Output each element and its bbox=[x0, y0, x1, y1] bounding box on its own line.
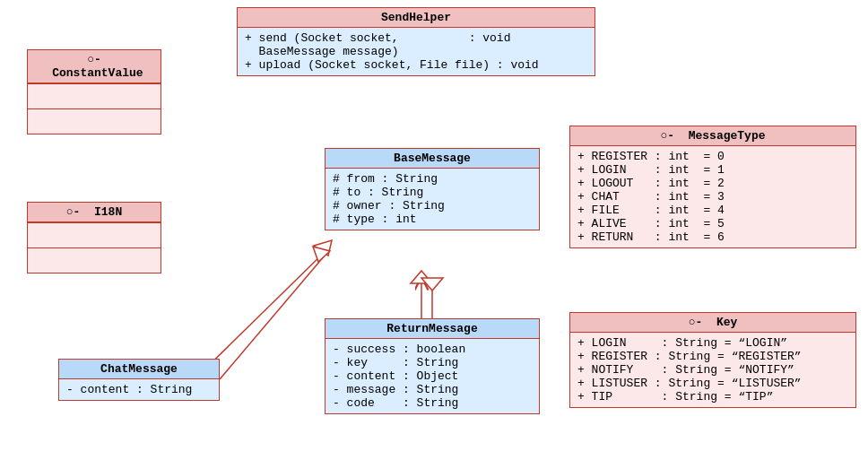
mt-field-3: + LOGOUT : int = 2 bbox=[577, 177, 848, 190]
i18n-box: ○- I18N bbox=[27, 202, 161, 273]
constant-value-section1 bbox=[28, 83, 161, 108]
send-helper-title: SendHelper bbox=[238, 8, 595, 28]
constant-value-header: ○- ConstantValue bbox=[28, 50, 161, 83]
svg-marker-6 bbox=[421, 278, 443, 291]
return-message-box: ReturnMessage - success : boolean - key … bbox=[325, 318, 540, 414]
key-field-4: + LISTUSER : String = “LISTUSER” bbox=[577, 377, 848, 390]
i18n-header: ○- I18N bbox=[28, 203, 161, 222]
send-helper-box: SendHelper + send (Socket socket, : void… bbox=[237, 7, 595, 76]
rm-field-3: - content : Object bbox=[333, 369, 532, 383]
chat-message-body: - content : String bbox=[59, 379, 219, 400]
key-field-2: + REGISTER : String = “REGISTER” bbox=[577, 350, 848, 363]
base-message-box: BaseMessage # from : String # to : Strin… bbox=[325, 148, 540, 230]
mt-field-2: + LOGIN : int = 1 bbox=[577, 163, 848, 177]
key-header: ○- Key bbox=[570, 313, 855, 333]
i18n-section2 bbox=[28, 247, 161, 273]
message-type-body: + REGISTER : int = 0 + LOGIN : int = 1 +… bbox=[570, 146, 855, 247]
rm-field-4: - message : String bbox=[333, 383, 532, 396]
message-type-header: ○- MessageType bbox=[570, 126, 855, 146]
i18n-section1 bbox=[28, 222, 161, 247]
send-helper-method-2: BaseMessage message) bbox=[245, 45, 587, 58]
svg-marker-4 bbox=[314, 240, 332, 256]
mt-field-1: + REGISTER : int = 0 bbox=[577, 150, 848, 163]
mt-field-6: + ALIVE : int = 5 bbox=[577, 217, 848, 230]
key-field-3: + NOTIFY : String = “NOTIFY” bbox=[577, 363, 848, 377]
rm-field-2: - key : String bbox=[333, 356, 532, 369]
mt-field-4: + CHAT : int = 3 bbox=[577, 190, 848, 204]
constant-value-box: ○- ConstantValue bbox=[27, 49, 161, 135]
key-icon: ○- bbox=[689, 316, 716, 329]
i18n-icon: ○- bbox=[66, 205, 94, 219]
base-message-title: BaseMessage bbox=[326, 149, 539, 169]
key-field-1: + LOGIN : String = “LOGIN” bbox=[577, 336, 848, 350]
chat-message-box: ChatMessage - content : String bbox=[58, 359, 220, 401]
base-message-body: # from : String # to : String # owner : … bbox=[326, 169, 539, 230]
rm-field-5: - code : String bbox=[333, 396, 532, 410]
return-message-body: - success : boolean - key : String - con… bbox=[326, 339, 539, 413]
key-body: + LOGIN : String = “LOGIN” + REGISTER : … bbox=[570, 333, 855, 407]
cm-field-1: - content : String bbox=[66, 383, 212, 396]
svg-marker-2 bbox=[411, 271, 432, 283]
base-message-field-1: # from : String bbox=[333, 172, 532, 186]
message-type-box: ○- MessageType + REGISTER : int = 0 + LO… bbox=[569, 126, 856, 248]
rm-field-1: - success : boolean bbox=[333, 343, 532, 356]
key-box: ○- Key + LOGIN : String = “LOGIN” + REGI… bbox=[569, 312, 856, 408]
return-message-title: ReturnMessage bbox=[326, 319, 539, 339]
key-field-5: + TIP : String = “TIP” bbox=[577, 390, 848, 404]
send-helper-method-3: + upload (Socket socket, File file) : vo… bbox=[245, 58, 587, 72]
mt-field-5: + FILE : int = 4 bbox=[577, 204, 848, 217]
send-helper-body: + send (Socket socket, : void BaseMessag… bbox=[238, 28, 595, 75]
base-message-field-3: # owner : String bbox=[333, 199, 532, 213]
svg-line-7 bbox=[220, 256, 325, 379]
base-message-field-4: # type : int bbox=[333, 213, 532, 226]
constant-value-section2 bbox=[28, 108, 161, 134]
svg-marker-8 bbox=[313, 247, 330, 262]
send-helper-method-1: + send (Socket socket, : void bbox=[245, 31, 587, 45]
message-type-icon: ○- bbox=[660, 129, 688, 143]
chat-message-title: ChatMessage bbox=[59, 360, 219, 379]
mt-field-7: + RETURN : int = 6 bbox=[577, 230, 848, 244]
base-message-field-2: # to : String bbox=[333, 186, 532, 199]
